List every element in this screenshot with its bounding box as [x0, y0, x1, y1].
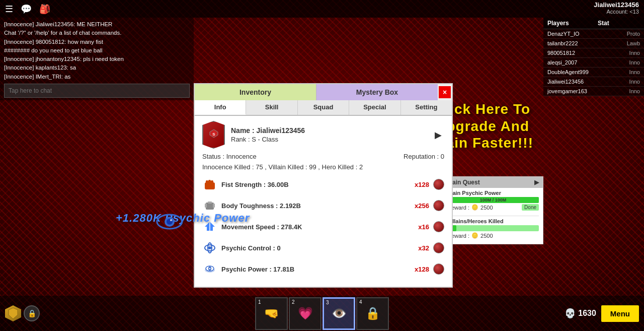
- players-header-status: Stat: [594, 18, 644, 29]
- fist-multiplier: x128: [415, 181, 429, 188]
- body-multiplier: x256: [415, 202, 429, 210]
- hotbar-slot-3[interactable]: 3 👁️: [323, 297, 355, 330]
- svg-rect-9: [208, 202, 212, 204]
- player-row: 980051812 Inno: [543, 48, 644, 58]
- panel-tabs-row2: Info Skill Squad Special Setting: [195, 100, 452, 116]
- eye-float: [156, 212, 184, 234]
- quest-task-name-1: Villains/Heroes Killed: [447, 218, 539, 224]
- body-toughness-icon: [202, 198, 217, 213]
- character-name: Name : Jialiwei123456: [231, 126, 432, 135]
- player-status: Inno: [629, 59, 640, 65]
- quest-item-0: Train Psychic Power 100M / 100M Reward :…: [443, 188, 543, 216]
- player-status: Inno: [629, 79, 640, 85]
- svg-rect-8: [213, 204, 215, 208]
- next-arrow[interactable]: ▶: [432, 129, 444, 141]
- backpack-icon[interactable]: 🎒: [39, 4, 50, 15]
- player-status: Lawb: [627, 40, 640, 46]
- slot-icon-4: 🔒: [365, 306, 380, 320]
- char-info-row: S Name : Jialiwei123456 Rank : S - Class…: [202, 121, 444, 149]
- account-name: Jialiwei123456: [594, 1, 639, 9]
- movement-speed-label: Movement Speed : 278.4K: [221, 223, 418, 231]
- chat-bubble-icon[interactable]: 💬: [21, 4, 32, 15]
- fist-orb[interactable]: [433, 179, 444, 190]
- player-row: jovemgamer163 Inno: [543, 87, 644, 96]
- hotbar-slot-4[interactable]: 4 🔒: [356, 297, 389, 330]
- top-bar-icons: ☰ 💬 🎒: [5, 4, 50, 15]
- chat-messages: [Innocence] Jialiwei123456: ME NEITHER C…: [4, 20, 190, 81]
- panel-content: S Name : Jialiwei123456 Rank : S - Class…: [195, 116, 452, 287]
- psychic-power-orb[interactable]: [433, 263, 444, 275]
- quest-arrow[interactable]: ▶: [534, 179, 539, 186]
- status-text: Status : Innocence: [202, 153, 257, 160]
- hotbar-slot-2[interactable]: 2 💗: [289, 297, 321, 330]
- player-name: DenazYT_IO: [547, 31, 627, 37]
- stat-psychic-power: Psychic Power : 17.81B x128: [202, 260, 444, 278]
- svg-rect-7: [205, 204, 207, 208]
- quest-reward-row-1: Reward : 🪙 2500: [447, 232, 539, 239]
- body-toughness-label: Body Toughness : 2.192B: [221, 202, 415, 210]
- hotbar-slot-1[interactable]: 1 🤜: [255, 297, 288, 330]
- coin-count: 💀 1630: [565, 308, 596, 319]
- close-button[interactable]: ×: [439, 86, 451, 98]
- top-bar: ☰ 💬 🎒 Jialiwei123456 Account: <13: [0, 0, 644, 18]
- tab-setting[interactable]: Setting: [401, 100, 452, 115]
- hotbar-right: 💀 1630 Menu: [565, 305, 639, 322]
- psychic-control-icon: [202, 240, 217, 255]
- tab-squad[interactable]: Squad: [298, 100, 349, 115]
- rank-badge: S: [202, 121, 225, 149]
- chat-line: Chat '/?'' or '/help' for a list of chat…: [4, 29, 190, 37]
- chat-input[interactable]: [4, 84, 190, 98]
- quest-progress-bar-0: 100M / 100M: [447, 197, 539, 203]
- tab-mystery-box[interactable]: Mystery Box: [316, 84, 438, 100]
- skull-icon: 💀: [565, 308, 576, 319]
- reputation-text: Reputation : 0: [404, 153, 444, 160]
- psychic-control-label: Psychic Control : 0: [221, 244, 418, 252]
- svg-text:S: S: [212, 132, 215, 137]
- psychic-control-multiplier: x32: [418, 244, 429, 252]
- inventory-panel: Inventory Mystery Box × Info Skill Squad…: [194, 83, 453, 288]
- svg-point-14: [208, 246, 211, 249]
- quest-header: Main Quest ▶: [443, 177, 543, 188]
- account-sub: Account: <13: [594, 9, 639, 15]
- quest-reward-row-0: Reward : 🪙 2500 Done: [447, 204, 539, 211]
- player-status: Inno: [629, 69, 640, 75]
- reward-amount-0: 2500: [480, 205, 493, 211]
- menu-icon[interactable]: ☰: [5, 4, 13, 15]
- tab-info[interactable]: Info: [195, 100, 246, 115]
- character-rank: Rank : S - Class: [231, 136, 432, 143]
- char-name-rank: Name : Jialiwei123456 Rank : S - Class: [231, 126, 432, 143]
- slot-icon-1: 🤜: [264, 306, 279, 320]
- chat-line: [Innocence] IMert_TRI: as: [4, 73, 190, 81]
- panel-tabs-row1: Inventory Mystery Box ×: [195, 84, 452, 100]
- player-row: tailanbr2222 Lawb: [543, 39, 644, 48]
- player-name: Jialiwei123456: [547, 79, 629, 85]
- hotbar-slots: 1 🤜 2 💗 3 👁️ 4 🔒: [255, 297, 389, 330]
- svg-rect-4: [208, 180, 211, 184]
- tab-special[interactable]: Special: [349, 100, 400, 115]
- chat-line: [Innocence] Jialiwei123456: ME NEITHER: [4, 20, 190, 29]
- tab-inventory[interactable]: Inventory: [195, 84, 316, 100]
- movement-multiplier: x16: [418, 223, 429, 231]
- lock-button[interactable]: 🔒: [24, 305, 40, 321]
- quest-progress-text-0: 100M / 100M: [480, 197, 507, 203]
- players-header: Players Stat: [543, 18, 644, 29]
- slot-icon-3: 👁️: [332, 306, 347, 320]
- slot-number-2: 2: [292, 299, 295, 305]
- movement-orb[interactable]: [433, 221, 444, 232]
- chat-line: [Innocence] kaplants123: sa: [4, 63, 190, 72]
- body-orb[interactable]: [433, 200, 444, 211]
- psychic-power-multiplier: x128: [415, 266, 429, 273]
- slot-icon-2: 💗: [298, 306, 313, 320]
- tab-skill[interactable]: Skill: [246, 100, 297, 115]
- menu-button[interactable]: Menu: [601, 305, 639, 322]
- kills-row: Innocence Killed : 75 , Villain Killed :…: [202, 163, 444, 171]
- stat-fist-strength: Fist Strength : 36.00B x128: [202, 176, 444, 193]
- hotbar-left: 🔒: [0, 305, 45, 321]
- slot-number-1: 1: [258, 299, 261, 305]
- player-row: DenazYT_IO Proto: [543, 29, 644, 39]
- psychic-control-orb[interactable]: [433, 242, 444, 253]
- quest-progress-inner-0: 100M / 100M: [447, 197, 539, 203]
- svg-rect-6: [206, 203, 214, 210]
- psychic-power-label: Psychic Power : 17.81B: [221, 266, 415, 273]
- player-name: tailanbr2222: [547, 40, 627, 46]
